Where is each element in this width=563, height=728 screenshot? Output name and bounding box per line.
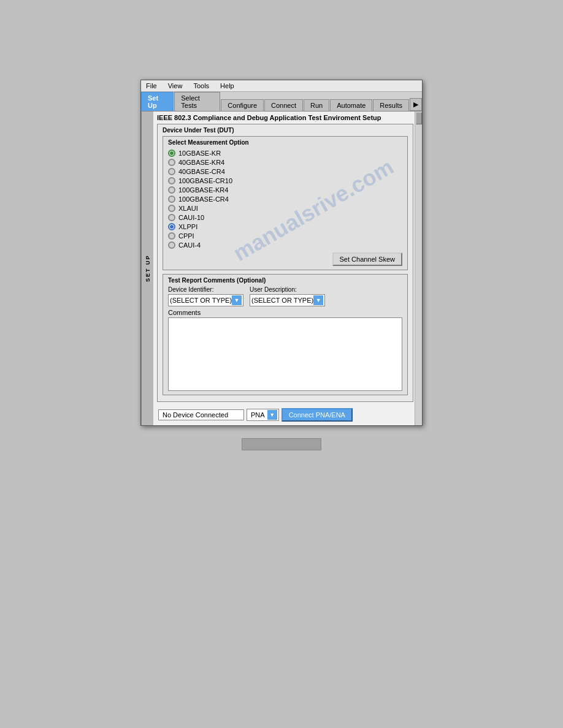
radio-caui-4[interactable]: CAUI-4 <box>168 241 402 249</box>
measurement-section: Select Measurement Option 10GBASE-KR 40G… <box>163 136 408 270</box>
radio-caui-10[interactable]: CAUI-10 <box>168 214 402 221</box>
user-description-label: User Description: <box>250 286 325 293</box>
tab-scroll-btn[interactable]: ▶ <box>410 98 422 111</box>
connect-pna-ena-button[interactable]: Connect PNA/ENA <box>282 408 353 422</box>
tab-bar: Set Up Select Tests Configure Connect Ru… <box>141 92 422 112</box>
comments-label: Comments <box>168 309 402 316</box>
radio-circle-10gbase-kr <box>168 150 175 157</box>
menu-bar: File View Tools Help <box>141 80 422 92</box>
sidebar-label: SET UP <box>141 112 153 425</box>
pna-select[interactable]: PNA ▼ <box>247 409 279 421</box>
pna-label: PNA <box>248 411 267 419</box>
tab-setup[interactable]: Set Up <box>141 92 174 111</box>
page-wrapper: File View Tools Help Set Up Select Tests… <box>0 0 563 728</box>
app-title: IEEE 802.3 Compliance and Debug Applicat… <box>157 114 413 121</box>
dut-section: Device Under Test (DUT) Select Measureme… <box>157 124 413 402</box>
tab-connect[interactable]: Connect <box>264 99 303 111</box>
radio-100gbase-cr10[interactable]: 100GBASE-CR10 <box>168 177 402 184</box>
menu-file[interactable]: File <box>144 82 159 90</box>
radio-label-cppi: CPPI <box>178 232 194 240</box>
radio-label-40gbase-cr4: 40GBASE-CR4 <box>178 168 225 175</box>
radio-cppi[interactable]: CPPI <box>168 232 402 240</box>
status-bar: No Device Connected PNA ▼ Connect PNA/EN… <box>157 406 413 423</box>
scroll-thumb[interactable] <box>416 112 422 124</box>
radio-label-xlaui: XLAUI <box>178 205 198 212</box>
radio-10gbase-kr[interactable]: 10GBASE-KR <box>168 150 402 157</box>
dut-title: Device Under Test (DUT) <box>163 127 408 134</box>
radio-100gbase-kr4[interactable]: 100GBASE-KR4 <box>168 186 402 194</box>
menu-tools[interactable]: Tools <box>191 82 212 90</box>
pna-dropdown-arrow[interactable]: ▼ <box>267 410 277 420</box>
device-identifier-select[interactable]: (SELECT OR TYPE) ▼ <box>168 294 243 306</box>
device-identifier-group: Device Identifier: (SELECT OR TYPE) ▼ <box>168 286 243 306</box>
tab-select-tests[interactable]: Select Tests <box>174 92 220 111</box>
menu-help[interactable]: Help <box>218 82 237 90</box>
main-content: manualsrive.com IEEE 802.3 Compliance an… <box>153 112 422 425</box>
radio-100gbase-cr4[interactable]: 100GBASE-CR4 <box>168 195 402 203</box>
radio-40gbase-cr4[interactable]: 40GBASE-CR4 <box>168 168 402 175</box>
radio-label-100gbase-kr4: 100GBASE-KR4 <box>178 186 228 194</box>
menu-view[interactable]: View <box>166 82 185 90</box>
measurement-title: Select Measurement Option <box>168 139 402 146</box>
radio-xlppi[interactable]: XLPPI <box>168 223 402 230</box>
radio-circle-40gbase-kr4 <box>168 159 175 166</box>
radio-circle-100gbase-cr10 <box>168 177 175 184</box>
radio-xlaui[interactable]: XLAUI <box>168 205 402 212</box>
radio-circle-caui-10 <box>168 214 175 221</box>
test-report-title: Test Report Comments (Optional) <box>168 277 402 284</box>
comments-textarea[interactable] <box>168 317 402 391</box>
device-status: No Device Connected <box>158 409 244 420</box>
device-identifier-value: (SELECT OR TYPE) <box>170 297 232 304</box>
radio-label-caui-10: CAUI-10 <box>178 214 204 221</box>
radio-label-100gbase-cr10: 100GBASE-CR10 <box>178 177 232 184</box>
tab-results[interactable]: Results <box>373 99 409 111</box>
radio-label-caui-4: CAUI-4 <box>178 241 201 249</box>
user-description-dropdown-arrow[interactable]: ▼ <box>313 295 323 305</box>
radio-circle-caui-4 <box>168 241 175 249</box>
bottom-bar <box>242 438 321 450</box>
test-report-section: Test Report Comments (Optional) Device I… <box>163 274 408 395</box>
radio-circle-100gbase-cr4 <box>168 195 175 203</box>
device-identifier-label: Device Identifier: <box>168 286 243 293</box>
tab-run[interactable]: Run <box>304 99 329 111</box>
radio-label-40gbase-kr4: 40GBASE-KR4 <box>178 159 224 166</box>
radio-40gbase-kr4[interactable]: 40GBASE-KR4 <box>168 159 402 166</box>
app-window: File View Tools Help Set Up Select Tests… <box>140 80 423 426</box>
radio-circle-cppi <box>168 232 175 240</box>
scrollbar[interactable] <box>415 112 422 425</box>
radio-circle-xlaui <box>168 205 175 212</box>
radio-label-100gbase-cr4: 100GBASE-CR4 <box>178 195 229 203</box>
channel-skew-button[interactable]: Set Channel Skew <box>332 252 403 266</box>
channel-skew-row: Set Channel Skew <box>168 250 402 267</box>
radio-label-10gbase-kr: 10GBASE-KR <box>178 150 221 157</box>
radio-label-xlppi: XLPPI <box>178 223 197 230</box>
radio-circle-xlppi <box>168 223 175 230</box>
form-row-identifiers: Device Identifier: (SELECT OR TYPE) ▼ Us… <box>168 286 402 306</box>
radio-circle-40gbase-cr4 <box>168 168 175 175</box>
radio-group: 10GBASE-KR 40GBASE-KR4 40GBASE-CR4 <box>168 148 402 250</box>
user-description-group: User Description: (SELECT OR TYPE) ▼ <box>250 286 325 306</box>
device-identifier-dropdown-arrow[interactable]: ▼ <box>232 295 242 305</box>
radio-circle-100gbase-kr4 <box>168 186 175 194</box>
user-description-select[interactable]: (SELECT OR TYPE) ▼ <box>250 294 325 306</box>
tab-automate[interactable]: Automate <box>330 99 372 111</box>
content-area: SET UP manualsrive.com IEEE 802.3 Compli… <box>141 112 422 425</box>
user-description-value: (SELECT OR TYPE) <box>251 297 313 304</box>
tab-configure[interactable]: Configure <box>221 99 264 111</box>
